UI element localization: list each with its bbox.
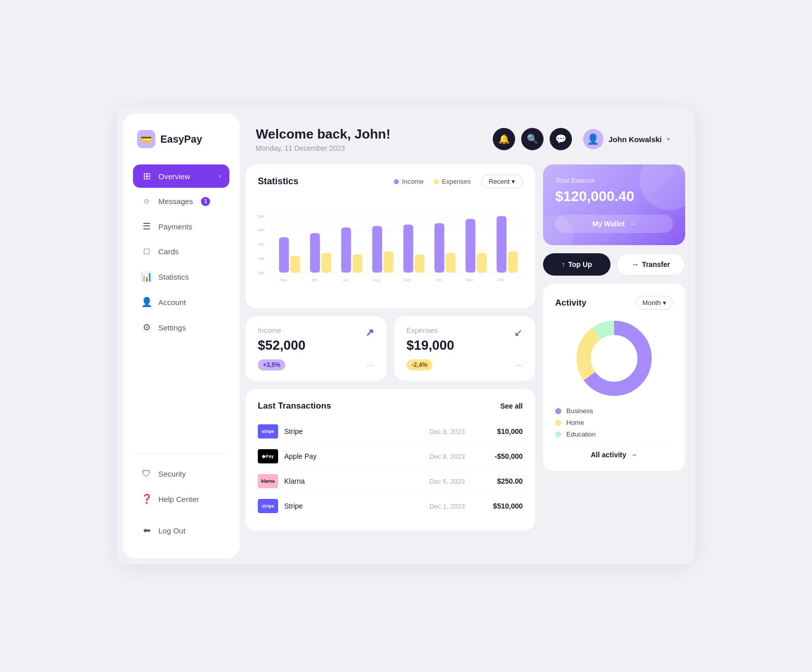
user-profile[interactable]: 👤 John Kowalski ▾ xyxy=(578,126,675,152)
topup-button[interactable]: ↑ Top Up xyxy=(543,253,611,276)
sidebar-label-statistics: Statistics xyxy=(158,273,189,281)
sidebar-item-payments[interactable]: ☰ Payments xyxy=(133,215,229,238)
sidebar-item-account[interactable]: 👤 Account xyxy=(133,290,229,314)
home-color xyxy=(555,420,561,426)
svg-point-38 xyxy=(592,336,636,381)
sidebar-label-account: Account xyxy=(158,298,186,307)
logout-icon: ⬅ xyxy=(141,525,152,536)
tx-amount-2: $250.00 xyxy=(482,477,523,485)
expenses-card: Expenses $19,000 ↙ -2,4% ··· xyxy=(394,316,535,381)
sidebar-item-overview[interactable]: ⊞ Overview › xyxy=(133,164,229,188)
tx-name-3: Stripe xyxy=(284,502,412,510)
svg-text:Dec: Dec xyxy=(497,278,504,282)
main-content: Welcome back, John! Monday, 11 December … xyxy=(246,108,695,564)
account-icon: 👤 xyxy=(141,296,152,308)
sidebar-item-security[interactable]: 🛡 Security xyxy=(133,462,229,485)
stripe-logo: stripe xyxy=(258,424,278,439)
messages-icon: ○ xyxy=(141,196,152,207)
expenses-menu-button[interactable]: ··· xyxy=(515,360,523,371)
table-row: stripe Stripe Dec 1, 2023 $510,000 xyxy=(258,494,523,518)
bar-chart: 50K 40K 30K 20K 10K xyxy=(258,196,523,298)
svg-text:20K: 20K xyxy=(258,256,265,261)
messages-badge: 1 xyxy=(201,197,210,206)
transactions-title: Last Transactions xyxy=(258,401,331,411)
table-row: stripe Stripe Dec 8, 2023 $10,000 xyxy=(258,419,523,444)
my-wallet-button[interactable]: My Wallet → xyxy=(555,215,673,233)
sidebar-item-statistics[interactable]: 📊 Statistics xyxy=(133,265,229,288)
svg-text:Aug: Aug xyxy=(373,278,380,282)
svg-text:Sep: Sep xyxy=(404,278,411,282)
nav-divider xyxy=(133,454,229,454)
balance-label: Total Balance xyxy=(555,177,673,184)
sidebar-item-settings[interactable]: ⚙ Settings xyxy=(133,316,229,339)
business-color xyxy=(555,408,561,414)
transactions-card: Last Transactions See all stripe Stripe … xyxy=(246,389,535,530)
home-label: Home xyxy=(566,419,584,426)
notifications-button[interactable]: 🔔 xyxy=(493,128,515,150)
svg-text:Oct: Oct xyxy=(435,278,442,282)
legend-item-home: Home xyxy=(555,419,673,426)
month-filter-button[interactable]: Month ▾ xyxy=(636,296,673,310)
cards-icon: □ xyxy=(141,246,152,257)
activity-legend: Business Home Education xyxy=(555,407,673,438)
legend-item-business: Business xyxy=(555,407,673,415)
expenses-footer: -2,4% ··· xyxy=(407,359,523,371)
logo: 💳 EasyPay xyxy=(133,130,229,148)
settings-icon: ⚙ xyxy=(141,322,152,333)
tx-name-1: Apple Pay xyxy=(284,452,412,460)
income-legend: Income xyxy=(394,178,424,185)
svg-rect-20 xyxy=(434,223,444,273)
expenses-badge: -2,4% xyxy=(407,359,432,371)
svg-rect-18 xyxy=(403,224,413,273)
svg-text:10K: 10K xyxy=(258,271,265,275)
wallet-label: My Wallet xyxy=(592,220,625,228)
logo-text: EasyPay xyxy=(160,133,202,145)
activity-title: Activity xyxy=(555,298,586,308)
all-activity-arrow-icon: → xyxy=(630,451,637,459)
tx-date-1: Dec 8, 2023 xyxy=(424,453,470,460)
all-activity-button[interactable]: All activity → xyxy=(555,446,673,459)
svg-rect-10 xyxy=(279,238,289,273)
tx-date-2: Dec 6, 2023 xyxy=(424,478,470,485)
search-button[interactable]: 🔍 xyxy=(521,128,544,150)
tx-date-3: Dec 1, 2023 xyxy=(424,502,470,510)
income-menu-button[interactable]: ··· xyxy=(366,360,374,371)
svg-rect-21 xyxy=(446,253,455,273)
welcome-date: Monday, 11 December 2023 xyxy=(256,144,390,152)
sidebar-label-cards: Cards xyxy=(158,247,179,256)
svg-rect-16 xyxy=(373,226,382,273)
sidebar-item-cards[interactable]: □ Cards xyxy=(133,240,229,263)
see-all-link[interactable]: See all xyxy=(500,402,523,410)
income-label: Income xyxy=(258,326,306,334)
metrics-row: Income $52,000 ↗ +3,5% ··· xyxy=(246,316,535,381)
income-amount: $52,000 xyxy=(258,338,306,353)
sidebar-item-help[interactable]: ❓ Help Center xyxy=(133,487,229,511)
recent-chevron-icon: ▾ xyxy=(512,178,515,185)
income-footer: +3,5% ··· xyxy=(258,359,374,371)
recent-filter-label: Recent xyxy=(489,178,510,185)
activity-header: Activity Month ▾ xyxy=(555,296,673,310)
income-card: Income $52,000 ↗ +3,5% ··· xyxy=(246,316,386,381)
transfer-button[interactable]: ↔ Transfer xyxy=(617,253,685,276)
chat-button[interactable]: 💬 xyxy=(550,128,572,150)
logout-label: Log Out xyxy=(158,526,185,535)
svg-rect-12 xyxy=(310,233,320,273)
business-label: Business xyxy=(566,407,593,415)
security-icon: 🛡 xyxy=(141,468,152,479)
logout-button[interactable]: ⬅ Log Out xyxy=(133,519,229,542)
statistics-icon: 📊 xyxy=(141,271,152,282)
action-buttons: ↑ Top Up ↔ Transfer xyxy=(543,253,685,276)
transfer-icon: ↔ xyxy=(632,260,639,268)
sidebar-item-messages[interactable]: ○ Messages 1 xyxy=(133,190,229,213)
donut-svg xyxy=(573,318,655,399)
expenses-legend: Expenses xyxy=(434,178,471,185)
table-row: klarna Klarna Dec 6, 2023 $250.00 xyxy=(258,469,523,494)
user-name: John Kowalski xyxy=(608,135,662,144)
sidebar-label-settings: Settings xyxy=(158,323,186,332)
svg-rect-11 xyxy=(290,256,300,273)
recent-filter-button[interactable]: Recent ▾ xyxy=(481,175,523,188)
welcome-title: Welcome back, John! xyxy=(256,126,390,142)
transactions-header: Last Transactions See all xyxy=(258,401,523,411)
education-color xyxy=(555,431,561,438)
klarna-logo: klarna xyxy=(258,474,278,488)
